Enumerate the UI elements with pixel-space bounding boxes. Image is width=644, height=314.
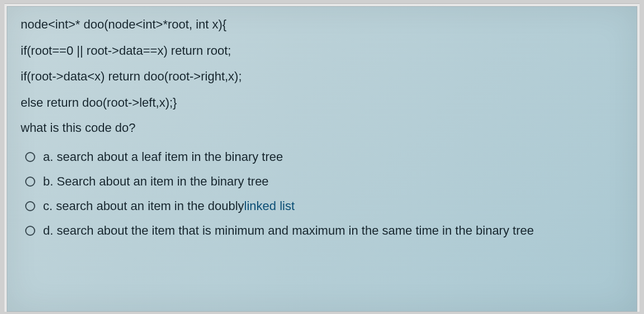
option-text-before: search about an item in the doubly	[56, 199, 244, 213]
option-text: search about a leaf item in the binary t…	[56, 150, 283, 164]
option-letter: a.	[43, 150, 53, 164]
option-d[interactable]: d. search about the item that is minimum…	[25, 223, 623, 238]
outer-frame: node<int>* doo(node<int>*root, int x){ i…	[4, 3, 640, 312]
code-line: if(root->data<x) return doo(root->right,…	[21, 69, 623, 85]
option-letter: c.	[43, 199, 53, 213]
radio-icon[interactable]	[25, 177, 35, 187]
option-b[interactable]: b. Search about an item in the binary tr…	[25, 174, 623, 189]
code-line: node<int>* doo(node<int>*root, int x){	[21, 17, 623, 33]
radio-icon[interactable]	[25, 226, 35, 236]
option-link-word[interactable]: linked list	[244, 199, 295, 213]
code-line: if(root==0 || root->data==x) return root…	[21, 43, 623, 59]
question-card: node<int>* doo(node<int>*root, int x){ i…	[7, 6, 637, 312]
radio-icon[interactable]	[25, 152, 35, 162]
option-letter: b.	[43, 174, 53, 189]
options-group: a. search about a leaf item in the binar…	[21, 150, 623, 238]
option-c[interactable]: c. search about an item in the doubly li…	[25, 199, 623, 213]
option-a[interactable]: a. search about a leaf item in the binar…	[25, 150, 623, 164]
option-letter: d.	[43, 223, 53, 238]
option-text: search about the item that is minimum an…	[56, 223, 533, 238]
radio-icon[interactable]	[25, 201, 35, 211]
option-text: Search about an item in the binary tree	[56, 174, 268, 189]
question-text: what is this code do?	[21, 121, 623, 135]
code-block: node<int>* doo(node<int>*root, int x){ i…	[21, 17, 623, 111]
code-line: else return doo(root->left,x);}	[21, 95, 623, 111]
